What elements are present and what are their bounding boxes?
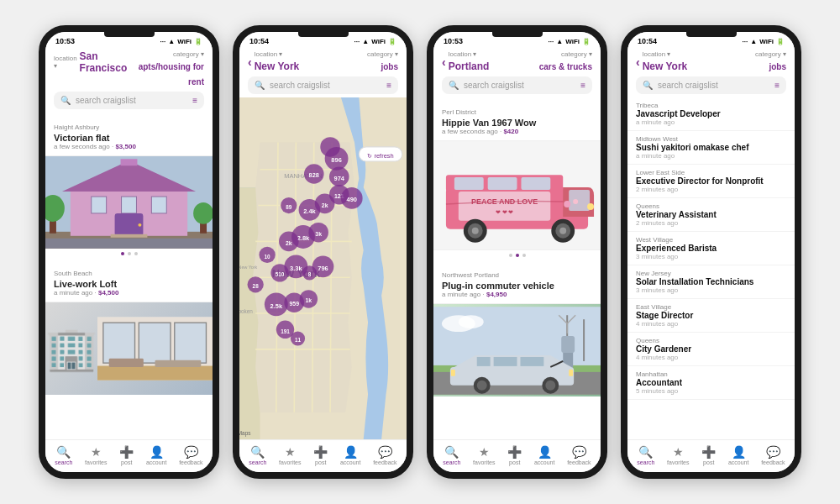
header-2: ‹ location ▾ New York category ▾ jobs 🔍 …	[239, 47, 407, 97]
time-3: 10:53	[444, 37, 463, 45]
nav-favorites-2[interactable]: ★ favorites	[279, 445, 301, 465]
nav-feedback-4[interactable]: 💬 feedback	[761, 445, 785, 465]
job-item-8[interactable]: Manhattan Accountant 5 minutes ago	[627, 366, 795, 400]
svg-rect-94	[454, 177, 484, 190]
dot-indicator-3	[433, 250, 601, 260]
account-nav-icon-3: 👤	[538, 445, 552, 459]
nav-favorites-3[interactable]: ★ favorites	[473, 445, 495, 465]
svg-rect-5	[92, 197, 107, 213]
job-item-2[interactable]: Lower East Side Executive Director for N…	[627, 165, 795, 198]
svg-text:89: 89	[286, 204, 292, 210]
filter-icon-4[interactable]: ≡	[774, 81, 780, 90]
location-section-3[interactable]: ‹ location ▾ Portland	[442, 50, 489, 73]
job-item-7[interactable]: Queens City Gardener 4 minutes ago	[627, 333, 795, 366]
category-section-4[interactable]: category ▾ jobs	[755, 50, 786, 73]
nav-feedback-3[interactable]: 💬 feedback	[567, 445, 591, 465]
job-item-4[interactable]: West Village Experienced Barista 3 minut…	[627, 232, 795, 265]
job-item-3[interactable]: Queens Veterinary Assistant 2 minutes ag…	[627, 198, 795, 232]
search-bar-4[interactable]: 🔍 search craigslist ≡	[636, 76, 786, 94]
location-section-1[interactable]: location ▾ San Francisco	[54, 50, 135, 74]
nav-search-2[interactable]: 🔍 search	[249, 445, 266, 465]
svg-text:974: 974	[334, 175, 345, 182]
svg-text:11: 11	[295, 337, 302, 343]
bottom-nav-2: 🔍 search ★ favorites ➕ post 👤 account 💬 …	[239, 439, 407, 472]
nav-feedback-1[interactable]: 💬 feedback	[179, 445, 202, 465]
category-section-2[interactable]: category ▾ jobs	[367, 50, 398, 73]
favorites-nav-icon-1: ★	[91, 445, 102, 459]
filter-icon-2[interactable]: ≡	[386, 81, 391, 90]
search-placeholder-4: search craigslist	[658, 81, 769, 90]
bottom-nav-1: 🔍 search ★ favorites ➕ post 👤 account 💬 …	[45, 439, 213, 472]
map-container[interactable]: New York MANHATTAN Hoboken West New York…	[239, 97, 407, 439]
svg-rect-95	[488, 177, 517, 190]
status-bar-4: 10:54 ···▲WiFi🔋	[627, 32, 795, 47]
van-image: PEACE AND LOVE ❤ ❤ ❤	[433, 141, 601, 250]
search-nav-icon-2: 🔍	[250, 445, 265, 459]
svg-rect-7	[122, 197, 137, 213]
svg-text:West New York: West New York	[239, 265, 257, 270]
search-bar-1[interactable]: 🔍 search craigslist ≡	[54, 92, 204, 109]
svg-text:1k: 1k	[305, 297, 312, 303]
favorites-nav-icon-2: ★	[285, 445, 296, 459]
filter-icon-3[interactable]: ≡	[580, 81, 585, 90]
nav-favorites-1[interactable]: ★ favorites	[85, 445, 107, 465]
feedback-nav-icon-1: 💬	[184, 445, 198, 459]
job-item-1[interactable]: Midtown West Sushi yakitori omakase chef…	[627, 131, 795, 165]
svg-rect-15	[45, 239, 213, 249]
nav-feedback-2[interactable]: 💬 feedback	[373, 445, 396, 465]
nav-account-1[interactable]: 👤 account	[146, 445, 167, 465]
svg-text:3k: 3k	[315, 231, 322, 237]
listing-4[interactable]: Northwest Portland Plug-in commuter vehi…	[433, 260, 601, 304]
filter-icon-1[interactable]: ≡	[192, 96, 197, 105]
listing-3[interactable]: Perl District Hippie Van 1967 Wow a few …	[433, 97, 601, 141]
listing-2[interactable]: South Beach Live-work Loft a minute ago …	[45, 259, 213, 302]
content-3: Perl District Hippie Van 1967 Wow a few …	[433, 97, 601, 439]
listing-meta-1: a few seconds ago · $3,500	[54, 143, 204, 150]
status-bar-3: 10:53 ···▲WiFi🔋	[433, 32, 601, 47]
nav-post-2[interactable]: ➕ post	[313, 445, 328, 465]
nav-search-4[interactable]: 🔍 search	[637, 445, 654, 465]
listing-1[interactable]: Haight Ashbury Victorian flat a few seco…	[45, 113, 213, 156]
svg-text:796: 796	[318, 265, 328, 272]
svg-point-9	[138, 223, 141, 227]
phone-portland-cars: 10:53 ···▲WiFi🔋 ‹ location ▾ Portland ca…	[427, 25, 607, 479]
nav-post-4[interactable]: ➕ post	[701, 445, 716, 465]
nav-search-1[interactable]: 🔍 search	[55, 445, 72, 465]
nav-post-3[interactable]: ➕ post	[507, 445, 522, 465]
svg-text:2k: 2k	[322, 202, 328, 208]
job-item-5[interactable]: New Jersey Solar Installation Technician…	[627, 265, 795, 299]
svg-rect-26	[155, 360, 202, 367]
victorian-house-image	[45, 156, 213, 249]
category-section-3[interactable]: category ▾ cars & trucks	[539, 50, 592, 73]
job-item-0[interactable]: Tribeca Javascript Developer a minute ag…	[627, 97, 795, 131]
job-list-content: Tribeca Javascript Developer a minute ag…	[627, 97, 795, 439]
nav-account-4[interactable]: 👤 account	[728, 445, 749, 465]
svg-rect-121	[561, 336, 575, 353]
search-bar-3[interactable]: 🔍 search craigslist ≡	[442, 76, 592, 94]
back-arrow-2[interactable]: ‹	[248, 55, 252, 69]
job-item-6[interactable]: East Village Stage Director 4 minutes ag…	[627, 299, 795, 333]
location-section-4[interactable]: ‹ location ▾ New York	[636, 50, 687, 73]
svg-text:↻ refresh: ↻ refresh	[367, 152, 393, 160]
back-arrow-4[interactable]: ‹	[636, 55, 640, 69]
search-bar-2[interactable]: 🔍 search craigslist ≡	[248, 76, 398, 94]
nav-account-3[interactable]: 👤 account	[534, 445, 555, 465]
status-icons-3: ···▲WiFi🔋	[549, 38, 591, 45]
svg-rect-10	[111, 234, 148, 238]
post-nav-icon-3: ➕	[507, 445, 522, 459]
svg-text:10: 10	[265, 254, 271, 260]
nav-account-2[interactable]: 👤 account	[340, 445, 361, 465]
nav-favorites-4[interactable]: ★ favorites	[667, 445, 689, 465]
dot-indicator-1	[45, 249, 213, 259]
nav-search-3[interactable]: 🔍 search	[443, 445, 460, 465]
account-nav-icon-1: 👤	[150, 445, 164, 459]
category-section-1[interactable]: category ▾ apts/housing for rent	[135, 50, 204, 88]
location-section-2[interactable]: ‹ location ▾ New York	[248, 50, 299, 73]
svg-point-45	[320, 137, 340, 157]
back-arrow-3[interactable]: ‹	[442, 55, 446, 69]
svg-text:❤ ❤ ❤: ❤ ❤ ❤	[496, 209, 514, 215]
phone-ny-map: 10:54 ···▲WiFi🔋 ‹ location ▾ New York ca…	[233, 25, 413, 479]
status-bar-1: 10:53 ···▲WiFi🔋	[45, 32, 213, 47]
nav-post-1[interactable]: ➕ post	[119, 445, 134, 465]
post-nav-icon-4: ➕	[701, 445, 716, 459]
